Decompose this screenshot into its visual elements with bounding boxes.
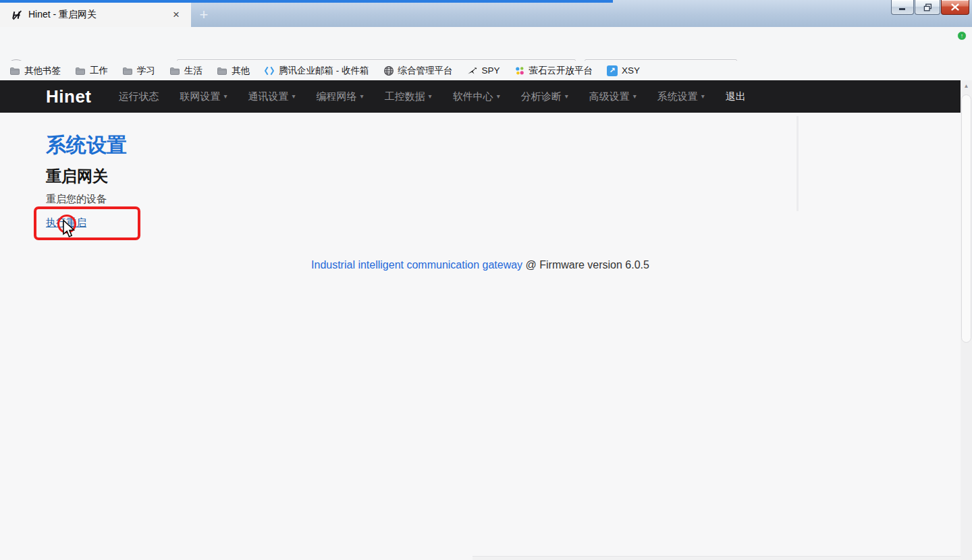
site-nav-item[interactable]: 运行状态 [119, 90, 159, 103]
page-description: 重启您的设备 [46, 193, 107, 206]
bookmark-icon [9, 65, 20, 76]
bookmark-icon [264, 65, 275, 76]
bookmark-icon: ↗ [607, 65, 618, 76]
bookmark-icon [217, 65, 227, 76]
bookmark-label: 学习 [137, 65, 155, 77]
site-nav-item-label: 系统设置 [657, 90, 698, 103]
vertical-scrollbar[interactable]: ▲ [961, 80, 972, 560]
scroll-up-icon[interactable]: ▲ [961, 80, 972, 91]
section-title: 系统设置 [46, 132, 127, 159]
bookmark-item[interactable]: 学习 [122, 63, 155, 79]
site-nav-item-label: 通讯设置 [248, 90, 289, 103]
tab-title: Hinet - 重启网关 [28, 9, 164, 21]
bookmark-item[interactable]: ↗ XSY [607, 63, 640, 79]
chevron-down-icon: ▾ [224, 93, 227, 100]
site-nav-item[interactable]: 高级设置 ▾ [589, 90, 637, 103]
horizontal-scrollbar-hint [473, 556, 961, 560]
site-nav-item[interactable]: 编程网络 ▾ [317, 90, 364, 103]
bookmark-label: 其他 [232, 65, 250, 77]
bookmark-item[interactable]: 生活 [169, 63, 202, 79]
bookmark-label: 其他书签 [24, 65, 61, 77]
content-divider [796, 116, 799, 211]
site-nav-item[interactable]: 工控数据 ▾ [385, 90, 432, 103]
bookmark-icon [383, 65, 394, 76]
bookmark-icon [467, 65, 478, 76]
minimize-button[interactable] [891, 0, 914, 15]
bookmark-icon [122, 65, 133, 76]
restore-button[interactable] [915, 0, 940, 15]
bookmark-item[interactable]: 腾讯企业邮箱 - 收件箱 [264, 63, 369, 79]
bookmark-item[interactable]: 综合管理平台 [383, 63, 453, 79]
chevron-down-icon: ▾ [565, 93, 568, 100]
hinet-favicon-icon [11, 9, 22, 21]
bookmark-label: SPY [482, 65, 500, 76]
update-badge: ↑ [957, 31, 967, 40]
site-nav-item-label: 软件中心 [453, 90, 493, 103]
mouse-cursor-icon [61, 219, 76, 240]
window-controls [890, 0, 969, 15]
bookmark-label: 工作 [90, 65, 108, 77]
footer-version-text: @ Firmware version 6.0.5 [522, 259, 649, 271]
site-nav-item-label: 编程网络 [317, 90, 357, 103]
site-nav-item-label: 分析诊断 [521, 90, 562, 103]
bookmark-item[interactable]: 萤石云开放平台 [514, 63, 593, 79]
site-nav-items: 运行状态 联网设置 ▾ 通讯设置 ▾ 编程网络 ▾ 工控数据 ▾ 软件中心 ▾ … [119, 90, 767, 103]
site-navbar: Hinet 运行状态 联网设置 ▾ 通讯设置 ▾ 编程网络 ▾ 工控数据 ▾ 软… [0, 80, 961, 113]
chevron-down-icon: ▾ [497, 93, 500, 100]
bookmark-item[interactable]: SPY [467, 63, 500, 79]
site-nav-item[interactable]: 通讯设置 ▾ [248, 90, 296, 103]
bookmark-item[interactable]: 其他书签 [9, 63, 61, 79]
site-nav-item[interactable]: 退出 [726, 90, 746, 103]
bookmark-label: 综合管理平台 [398, 65, 453, 77]
site-nav-item-label: 高级设置 [589, 90, 630, 103]
bookmark-item[interactable]: 其他 [217, 63, 250, 79]
site-nav-item-label: 联网设置 [180, 90, 221, 103]
bookmark-label: 萤石云开放平台 [529, 65, 593, 77]
bookmark-icon [169, 65, 180, 76]
site-nav-item-label: 工控数据 [385, 90, 425, 103]
page-title: 重启网关 [46, 166, 108, 187]
site-brand[interactable]: Hinet [46, 86, 92, 107]
footer-gateway-link[interactable]: Industrial intelligent communication gat… [311, 259, 522, 271]
site-nav-item[interactable]: 软件中心 ▾ [453, 90, 500, 103]
chevron-down-icon: ▾ [360, 93, 364, 100]
annotation-red-box [34, 206, 140, 240]
browser-tab[interactable]: Hinet - 重启网关 × [0, 3, 191, 27]
new-tab-button[interactable]: + [193, 5, 215, 24]
scrollbar-thumb[interactable] [961, 94, 971, 343]
chevron-down-icon: ▾ [701, 93, 705, 100]
bookmark-icon [75, 65, 86, 76]
close-window-button[interactable] [941, 0, 969, 15]
browser-toolbar: ← → 192.168.9.99/cgi-bin/luci/;stok=489f… [0, 27, 972, 61]
site-nav-item[interactable]: 系统设置 ▾ [657, 90, 705, 103]
chevron-down-icon: ▾ [633, 93, 637, 100]
chevron-down-icon: ▾ [429, 93, 432, 100]
site-nav-item-label: 运行状态 [119, 90, 159, 103]
site-nav-item[interactable]: 分析诊断 ▾ [521, 90, 568, 103]
bookmark-icon [514, 65, 525, 76]
tab-close-icon[interactable]: × [168, 7, 184, 23]
bookmark-label: XSY [622, 65, 640, 76]
site-nav-item-label: 退出 [726, 90, 746, 103]
site-nav-item[interactable]: 联网设置 ▾ [180, 90, 227, 103]
bookmarks-bar: 其他书签 工作 学习 生活 其他 腾讯企业邮箱 - 收件箱 综合管理平台 SPY… [0, 61, 972, 80]
chevron-down-icon: ▾ [292, 93, 296, 100]
bookmark-item[interactable]: 工作 [75, 63, 108, 79]
window-titlebar: Hinet - 重启网关 × + [0, 0, 972, 27]
bookmark-label: 腾讯企业邮箱 - 收件箱 [279, 65, 369, 77]
bookmark-label: 生活 [184, 65, 202, 77]
page-viewport: Hinet 运行状态 联网设置 ▾ 通讯设置 ▾ 编程网络 ▾ 工控数据 ▾ 软… [0, 80, 972, 560]
page-footer: Industrial intelligent communication gat… [0, 259, 961, 271]
